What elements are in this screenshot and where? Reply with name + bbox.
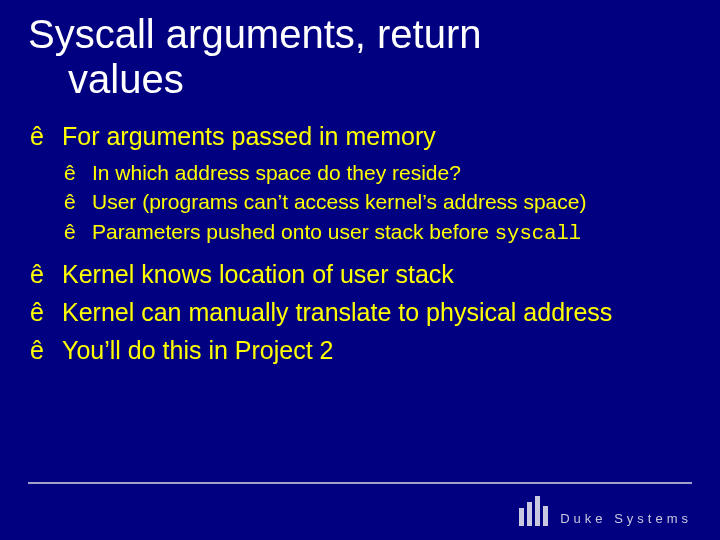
sub-bullet-item: In which address space do they reside?	[62, 160, 692, 187]
sub-bullet-text: In which address space do they reside?	[92, 161, 461, 184]
bullet-text: For arguments passed in memory	[62, 122, 436, 150]
svg-rect-2	[535, 496, 540, 526]
brand-text: Duke Systems	[560, 511, 692, 526]
footer-divider	[28, 482, 692, 484]
slide: Syscall arguments, return values For arg…	[0, 0, 720, 540]
bullet-item: You’ll do this in Project 2	[28, 334, 692, 366]
title-line-1: Syscall arguments, return	[28, 12, 482, 56]
sub-bullet-item: User (programs can’t access kernel’s add…	[62, 189, 692, 216]
svg-rect-0	[519, 508, 524, 526]
brand-icon	[516, 496, 550, 526]
svg-rect-1	[527, 502, 532, 526]
sub-bullet-item: Parameters pushed onto user stack before…	[62, 219, 692, 247]
svg-rect-3	[543, 506, 548, 526]
bullet-text: Kernel can manually translate to physica…	[62, 298, 612, 326]
brand-area: Duke Systems	[516, 496, 692, 526]
bullet-list: For arguments passed in memory In which …	[28, 120, 692, 366]
title-line-2: values	[28, 57, 692, 102]
sub-bullet-list: In which address space do they reside? U…	[62, 160, 692, 248]
bullet-item: Kernel knows location of user stack	[28, 258, 692, 290]
bullet-text: Kernel knows location of user stack	[62, 260, 454, 288]
slide-title: Syscall arguments, return values	[28, 12, 692, 102]
sub-bullet-text: User (programs can’t access kernel’s add…	[92, 190, 586, 213]
sub-bullet-text: Parameters pushed onto user stack before	[92, 220, 495, 243]
bullet-text: You’ll do this in Project 2	[62, 336, 333, 364]
bullet-item: For arguments passed in memory In which …	[28, 120, 692, 248]
code-literal: syscall	[495, 222, 581, 245]
bullet-item: Kernel can manually translate to physica…	[28, 296, 692, 328]
